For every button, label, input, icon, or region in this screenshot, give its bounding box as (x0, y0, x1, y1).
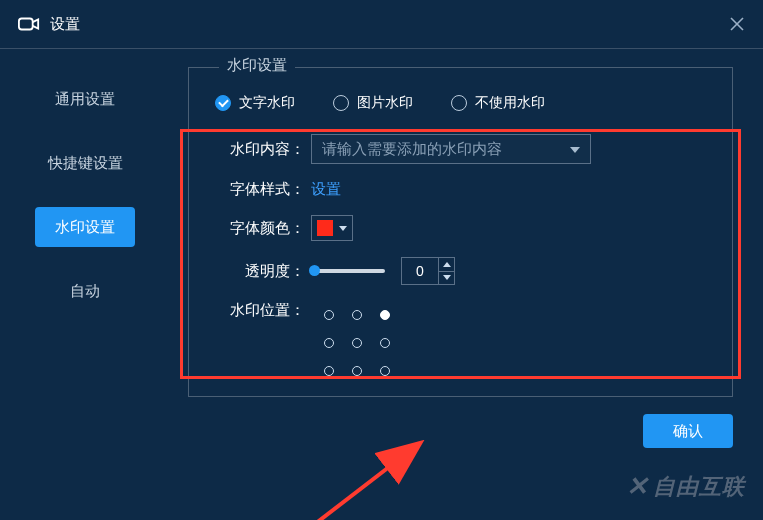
radio-icon (333, 95, 349, 111)
opacity-spinner (401, 257, 455, 285)
pos-bot-left[interactable] (315, 357, 343, 385)
fieldset-legend: 水印设置 (219, 56, 295, 75)
radio-label: 文字水印 (239, 94, 295, 112)
titlebar: 设置 (0, 0, 763, 48)
radio-image-watermark[interactable]: 图片水印 (333, 94, 413, 112)
font-color-picker[interactable] (311, 215, 353, 241)
sidebar-item-shortcuts[interactable]: 快捷键设置 (35, 143, 135, 183)
slider-thumb[interactable] (309, 265, 320, 276)
radio-icon (451, 95, 467, 111)
pos-bot-right[interactable] (371, 357, 399, 385)
pos-bot-center[interactable] (343, 357, 371, 385)
chevron-down-icon (339, 226, 347, 231)
sidebar-item-general[interactable]: 通用设置 (35, 79, 135, 119)
sidebar-item-watermark[interactable]: 水印设置 (35, 207, 135, 247)
main-panel: 水印设置 文字水印 图片水印 不使用水印 水印内容： 请输入需要添 (170, 49, 763, 520)
arrow-up-icon (443, 262, 451, 267)
content-label: 水印内容： (213, 140, 305, 159)
opacity-label: 透明度： (213, 262, 305, 281)
spinner-up[interactable] (439, 258, 454, 272)
svg-rect-0 (19, 19, 33, 30)
camera-icon (18, 15, 40, 33)
spinner-down[interactable] (439, 272, 454, 285)
opacity-slider[interactable] (311, 269, 385, 273)
chevron-down-icon (570, 147, 580, 153)
sidebar: 通用设置 快捷键设置 水印设置 自动 (0, 49, 170, 520)
pos-mid-left[interactable] (315, 329, 343, 357)
watermark-type-group: 文字水印 图片水印 不使用水印 (215, 94, 708, 112)
font-color-label: 字体颜色： (213, 219, 305, 238)
confirm-button[interactable]: 确认 (643, 414, 733, 448)
brand-watermark: ✕ 自由互联 (626, 471, 745, 502)
radio-no-watermark[interactable]: 不使用水印 (451, 94, 545, 112)
brand-text: 自由互联 (653, 472, 745, 502)
close-icon[interactable] (727, 14, 747, 34)
arrow-down-icon (443, 275, 451, 280)
pos-top-center[interactable] (343, 301, 371, 329)
combo-placeholder: 请输入需要添加的水印内容 (322, 140, 502, 159)
radio-checked-icon (215, 95, 231, 111)
sidebar-item-auto[interactable]: 自动 (35, 271, 135, 311)
radio-text-watermark[interactable]: 文字水印 (215, 94, 295, 112)
watermark-content-combo[interactable]: 请输入需要添加的水印内容 (311, 134, 591, 164)
position-label: 水印位置： (213, 301, 305, 320)
brand-x-icon: ✕ (626, 471, 649, 502)
pos-mid-center[interactable] (343, 329, 371, 357)
pos-mid-right[interactable] (371, 329, 399, 357)
color-swatch (317, 220, 333, 236)
watermark-fieldset: 水印设置 文字水印 图片水印 不使用水印 水印内容： 请输入需要添 (188, 67, 733, 397)
radio-label: 不使用水印 (475, 94, 545, 112)
font-style-label: 字体样式： (213, 180, 305, 199)
radio-label: 图片水印 (357, 94, 413, 112)
position-grid (315, 301, 399, 385)
pos-top-left[interactable] (315, 301, 343, 329)
window-title: 设置 (50, 15, 80, 34)
font-style-link[interactable]: 设置 (311, 180, 341, 199)
pos-top-right[interactable] (371, 301, 399, 329)
opacity-input[interactable] (402, 258, 438, 284)
